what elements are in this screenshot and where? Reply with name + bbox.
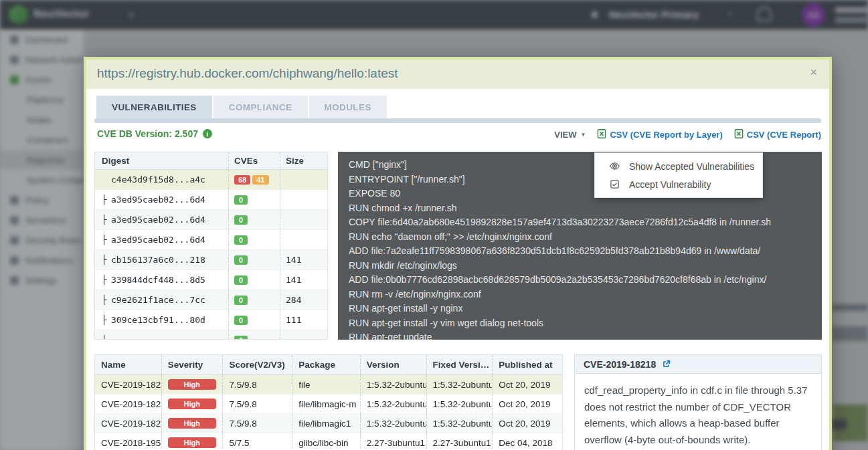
layer-size: 111 [280,310,327,330]
view-menu-item[interactable]: Accept Vulnerability [595,175,762,193]
modal-title: https://registry.hub.docker.com/chiphwan… [97,66,398,81]
vulnerability-table: Name Severity Score(V2/V3) Package Versi… [94,354,563,450]
col-version: Version [361,355,427,374]
layer-row[interactable]: ├339844dcf448...8d5 0 141 [95,270,327,290]
cve-package: file/libmagic1 [292,414,361,433]
view-label: VIEW [554,130,576,140]
severity-badge: High [168,399,216,409]
vulnerability-row[interactable]: CVE-2019-18218 High 7.5/9.8 file 1:5.32-… [95,375,562,395]
tab-label: VULNERABILITIES [112,102,197,112]
layer-row[interactable]: ├a3ed95caeb02...6d4 0 [95,190,327,210]
cve-description: cdf_read_property_info in cdf.c in file … [575,374,821,450]
cve-name: CVE-2019-18218 [95,414,162,433]
cve-published-at: Oct 20, 2019 [493,414,562,433]
cve-fixed-version: 1:5.32-2ubuntu [427,395,493,413]
excel-file-icon [597,128,606,141]
tab[interactable]: MODULES [309,96,387,118]
cve-package: file [292,375,361,394]
cve-fixed-version: 1:5.32-2ubuntu [427,414,493,433]
cve-published-at: Oct 20, 2019 [493,395,562,413]
layer-size [280,210,327,229]
tree-branch-icon: ├ [102,335,111,340]
layer-row[interactable]: ├309ce13cbf91...80d 0 111 [95,310,327,330]
cve-fixed-version: 2.27-3ubuntu1. [427,433,493,450]
cve-version: 1:5.32-2ubuntu [361,395,427,413]
tab-label: COMPLIANCE [229,102,292,112]
dockerfile-line: RUN apt-get install -y vim wget dialog n… [349,316,811,331]
tree-branch-icon: ├ [102,255,111,265]
cve-count-badge-none: 0 [234,316,248,325]
dockerfile-line: RUN rm -v /etc/nginx/nginx.conf [349,288,811,302]
severity-badge: High [168,418,216,429]
layer-digest: c4e43d9f15d8...a4c [111,175,205,185]
csv-report-link[interactable]: CSV (CVE Report) [734,128,821,141]
layer-size: 141 [280,250,327,269]
dockerfile-line: RUN mkdir /etc/nginx/logs [349,259,811,273]
dockerfile-line: ADD file:0b0b7776cd62898acbc68d628579db5… [349,273,811,288]
cve-score: 7.5/9.8 [223,414,292,433]
view-dropdown-button[interactable]: VIEW ▼ [554,130,586,140]
col-digest: Digest [95,152,229,169]
col-published-at: Published at [493,355,562,374]
cve-version: 1:5.32-2ubuntu [361,414,427,433]
cve-db-version: CVE DB Version: 2.507 i [97,128,212,139]
layer-size [280,170,327,189]
close-icon[interactable]: × [810,66,817,80]
eye-icon [609,160,620,172]
layer-row[interactable]: ├cb156137a6c0...218 0 141 [95,250,327,270]
cve-published-at: Dec 04, 2018 [493,433,562,450]
dockerfile-line: RUN apt-get install -y nginx [349,302,811,316]
cve-published-at: Oct 20, 2019 [493,375,562,394]
tab-underline-bar [94,118,821,123]
cve-count-badge-none: 0 [234,235,248,245]
col-score: Score(V2/V3) [223,355,292,374]
tab[interactable]: COMPLIANCE [213,96,308,118]
cve-count-badge-none: 0 [234,255,248,265]
modal-toolbar: VIEW ▼ CSV (CVE Report by Layer) CSV (CV… [554,128,821,141]
cve-db-version-label: CVE DB Version: 2.507 [97,128,198,139]
col-size: Size [280,152,327,169]
col-package: Package [292,355,361,374]
layer-cve-badges: 0 [229,210,280,229]
cve-detail-header: CVE-2019-18218 [575,355,821,374]
layer-size: 284 [280,290,327,310]
layer-row[interactable]: c4e43d9f15d8...a4c 6841 [95,170,327,190]
cve-name: CVE-2019-18218 [95,395,162,413]
tree-branch-icon: ├ [102,235,111,245]
layer-digest: a3ed95caeb02...6d4 [111,195,205,205]
layer-row[interactable]: ├a3ed95caeb02...6d4 0 [95,210,327,230]
cve-package: glibc/libc-bin [292,433,361,450]
cve-count-badge-none: 0 [234,215,248,225]
severity-badge: High [168,437,216,448]
layer-digest: cb156137a6c0...218 [111,255,205,265]
dockerfile-line: RUN apt-get update [349,330,811,340]
layer-digest: 309ce13cbf91...80d [111,315,205,325]
severity-badge: High [168,379,216,390]
layer-row[interactable]: ├ 0 [95,330,327,340]
excel-file-icon [734,128,744,141]
cve-score: 7.5/9.8 [223,395,292,413]
layer-row[interactable]: ├c9e2621f1ace...7cc 0 284 [95,290,327,310]
vulnerability-row[interactable]: CVE-2019-18218 High 7.5/9.8 file/libmagi… [95,395,562,414]
vulnerability-row[interactable]: CVE-2019-18218 High 7.5/9.8 file/libmagi… [95,414,562,433]
view-menu-item-label: Show Accepted Vulnerabilities [629,161,754,172]
external-link-icon[interactable] [661,359,671,369]
csv-report-label: CSV (CVE Report) [747,130,821,140]
layer-table: Digest CVEs Size c4e43d9f15d8...a4c 6841… [94,152,328,340]
modal-tabs: VULNERABILITIES COMPLIANCE MODULES [96,96,387,118]
view-menu-item[interactable]: Show Accepted Vulnerabilities [595,157,762,175]
cve-name: CVE-2018-19591 [95,433,162,450]
cve-count-badge-none: 0 [234,195,248,205]
vulnerability-row[interactable]: CVE-2018-19591 High 5/7.5 glibc/libc-bin… [95,433,562,450]
info-icon[interactable]: i [203,129,212,138]
layer-row[interactable]: ├a3ed95caeb02...6d4 0 [95,230,327,250]
layer-cve-badges: 0 [229,190,280,209]
dockerfile-line: RUN echo "daemon off;" >> /etc/nginx/ngi… [349,230,811,245]
tab[interactable]: VULNERABILITIES [96,96,212,118]
layer-cve-badges: 6841 [229,170,280,189]
cve-fixed-version: 1:5.32-2ubuntu [427,375,493,394]
layer-cve-badges: 0 [229,330,280,340]
csv-report-by-layer-link[interactable]: CSV (CVE Report by Layer) [597,128,722,141]
tree-branch-icon: ├ [102,215,111,225]
tree-branch-icon: ├ [102,315,111,325]
